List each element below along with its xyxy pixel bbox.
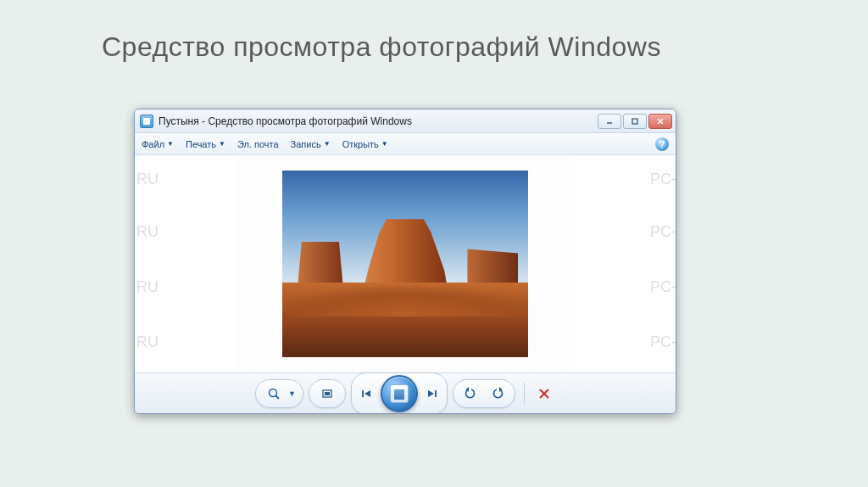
image-viewport[interactable] xyxy=(236,155,574,372)
watermark: PC-Problems.RU xyxy=(650,278,676,296)
zoom-button[interactable] xyxy=(263,383,285,405)
svg-marker-10 xyxy=(428,390,434,397)
maximize-button[interactable] xyxy=(623,114,647,129)
watermark: PC-Problems.RU xyxy=(135,223,159,241)
right-margin: PC-Problems.RU PC-Problems.RU PC-Problem… xyxy=(574,155,676,372)
rotate-ccw-button[interactable] xyxy=(460,383,482,405)
delete-button[interactable] xyxy=(533,383,555,405)
zoom-dropdown-icon[interactable]: ▼ xyxy=(288,389,296,398)
watermark: PC-Problems.RU xyxy=(650,223,676,241)
slideshow-button[interactable] xyxy=(381,375,418,412)
close-button[interactable] xyxy=(648,114,672,129)
fit-to-window-button[interactable] xyxy=(316,383,338,405)
svg-point-4 xyxy=(270,389,277,396)
watermark: PC-Problems.RU xyxy=(135,171,159,188)
photo-viewer-window: Пустыня - Средство просмотра фотографий … xyxy=(134,109,676,414)
next-button[interactable] xyxy=(421,383,443,405)
svg-rect-1 xyxy=(632,119,637,124)
slideshow-icon xyxy=(390,384,409,403)
watermark: PC-Problems.RU xyxy=(650,333,676,351)
window-title: Пустыня - Средство просмотра фотографий … xyxy=(159,115,593,127)
rotate-cw-button[interactable] xyxy=(486,383,508,405)
control-bar: ▼ xyxy=(135,372,676,413)
titlebar[interactable]: Пустыня - Средство просмотра фотографий … xyxy=(135,109,676,133)
nav-group xyxy=(351,372,448,415)
divider xyxy=(524,383,525,405)
window-controls xyxy=(598,114,672,129)
menu-open[interactable]: Открыть▼ xyxy=(342,139,388,149)
displayed-photo xyxy=(282,171,528,357)
fit-group xyxy=(309,379,346,408)
watermark: PC-Problems.RU xyxy=(135,333,159,351)
zoom-group: ▼ xyxy=(255,379,303,408)
slide-heading: Средство просмотра фотографий Windows xyxy=(102,31,661,63)
menubar: Файл▼ Печать▼ Эл. почта Запись▼ Открыть▼… xyxy=(135,133,676,155)
menu-burn[interactable]: Запись▼ xyxy=(291,139,331,149)
previous-button[interactable] xyxy=(355,383,377,405)
watermark: PC-Problems.RU xyxy=(135,278,159,296)
content-area: PC-Problems.RU PC-Problems.RU PC-Problem… xyxy=(135,155,676,372)
minimize-button[interactable] xyxy=(598,114,621,129)
menu-file[interactable]: Файл▼ xyxy=(142,139,174,149)
menu-email[interactable]: Эл. почта xyxy=(237,139,279,149)
app-icon xyxy=(140,115,153,128)
menu-print[interactable]: Печать▼ xyxy=(186,139,225,149)
rotate-group xyxy=(453,379,515,408)
watermark: PC-Problems.RU xyxy=(650,171,676,188)
svg-marker-9 xyxy=(364,390,370,397)
svg-line-5 xyxy=(276,395,280,399)
svg-rect-7 xyxy=(325,392,330,395)
help-button[interactable]: ? xyxy=(655,137,669,151)
left-margin: PC-Problems.RU PC-Problems.RU PC-Problem… xyxy=(135,155,236,372)
